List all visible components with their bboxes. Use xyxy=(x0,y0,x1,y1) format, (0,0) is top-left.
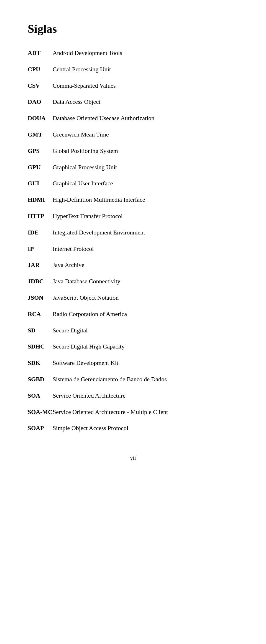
acronym-value: Global Positioning System xyxy=(53,147,118,155)
list-item: DAOData Access Object xyxy=(28,98,238,106)
acronym-value: Simple Object Access Protocol xyxy=(53,424,128,433)
acronym-value: Sistema de Gerenciamento de Banco de Dad… xyxy=(53,375,167,384)
page-title: Siglas xyxy=(28,22,238,36)
acronym-value: Secure Digital xyxy=(53,326,88,335)
acronym-value: Greenwich Mean Time xyxy=(53,130,109,139)
list-item: IDEIntegrated Development Environment xyxy=(28,228,238,237)
acronym-value: Internet Protocol xyxy=(53,245,94,253)
acronym-key: GUI xyxy=(28,179,53,188)
list-item: IPInternet Protocol xyxy=(28,245,238,253)
list-item: SOAService Oriented Architecture xyxy=(28,392,238,400)
list-item: CPUCentral Processing Unit xyxy=(28,65,238,74)
list-item: HDMIHigh-Definition Multimedia Interface xyxy=(28,196,238,204)
acronym-value: Central Processing Unit xyxy=(53,65,111,74)
acronym-value: Integrated Development Environment xyxy=(53,228,145,237)
acronym-key: JDBC xyxy=(28,277,53,286)
list-item: DOUADatabase Oriented Usecase Authorizat… xyxy=(28,114,238,123)
acronym-key: JAR xyxy=(28,261,53,269)
list-item: SOA-MCService Oriented Architecture - Mu… xyxy=(28,408,238,416)
list-item: JDBCJava Database Connectivity xyxy=(28,277,238,286)
acronym-value: Android Development Tools xyxy=(53,49,122,57)
acronym-value: Radio Corporation of America xyxy=(53,310,127,319)
list-item: GUIGraphical User Interface xyxy=(28,179,238,188)
list-item: CSVComma-Separated Values xyxy=(28,82,238,90)
acronym-list: ADTAndroid Development ToolsCPUCentral P… xyxy=(28,49,238,433)
acronym-key: RCA xyxy=(28,310,53,319)
acronym-key: JSON xyxy=(28,294,53,302)
list-item: GPSGlobal Positioning System xyxy=(28,147,238,155)
acronym-key: HTTP xyxy=(28,212,53,221)
acronym-key: ADT xyxy=(28,49,53,57)
acronym-key: CSV xyxy=(28,82,53,90)
acronym-value: Data Access Object xyxy=(53,98,100,106)
list-item: GMTGreenwich Mean Time xyxy=(28,130,238,139)
acronym-key: IP xyxy=(28,245,53,253)
list-item: SOAPSimple Object Access Protocol xyxy=(28,424,238,433)
list-item: SDSecure Digital xyxy=(28,326,238,335)
acronym-key: DAO xyxy=(28,98,53,106)
acronym-key: GMT xyxy=(28,130,53,139)
acronym-value: Secure Digital High Capacity xyxy=(53,342,125,351)
acronym-value: High-Definition Multimedia Interface xyxy=(53,196,145,204)
acronym-key: SDK xyxy=(28,359,53,367)
acronym-key: SOA-MC xyxy=(28,408,53,416)
list-item: HTTPHyperText Transfer Protocol xyxy=(28,212,238,221)
acronym-value: Service Oriented Architecture xyxy=(53,392,126,400)
page-footer: vii xyxy=(28,455,238,461)
list-item: ADTAndroid Development Tools xyxy=(28,49,238,57)
acronym-value: JavaScript Object Notation xyxy=(53,294,119,302)
acronym-key: SGBD xyxy=(28,375,53,384)
acronym-key: SOA xyxy=(28,392,53,400)
acronym-key: SOAP xyxy=(28,424,53,433)
acronym-value: Graphical User Interface xyxy=(53,179,113,188)
acronym-value: Service Oriented Architecture - Multiple… xyxy=(53,408,168,416)
acronym-key: DOUA xyxy=(28,114,53,123)
acronym-value: Software Development Kit xyxy=(53,359,118,367)
acronym-key: GPS xyxy=(28,147,53,155)
list-item: RCARadio Corporation of America xyxy=(28,310,238,319)
list-item: SDKSoftware Development Kit xyxy=(28,359,238,367)
list-item: JARJava Archive xyxy=(28,261,238,269)
acronym-value: Database Oriented Usecase Authorization xyxy=(53,114,154,123)
acronym-key: HDMI xyxy=(28,196,53,204)
list-item: SDHCSecure Digital High Capacity xyxy=(28,342,238,351)
acronym-key: GPU xyxy=(28,163,53,172)
acronym-value: Java Database Connectivity xyxy=(53,277,120,286)
acronym-value: Comma-Separated Values xyxy=(53,82,116,90)
acronym-key: SD xyxy=(28,326,53,335)
acronym-key: IDE xyxy=(28,228,53,237)
list-item: SGBDSistema de Gerenciamento de Banco de… xyxy=(28,375,238,384)
acronym-key: CPU xyxy=(28,65,53,74)
list-item: GPUGraphical Processing Unit xyxy=(28,163,238,172)
acronym-key: SDHC xyxy=(28,342,53,351)
list-item: JSONJavaScript Object Notation xyxy=(28,294,238,302)
acronym-value: Graphical Processing Unit xyxy=(53,163,117,172)
acronym-value: HyperText Transfer Protocol xyxy=(53,212,123,221)
acronym-value: Java Archive xyxy=(53,261,84,269)
